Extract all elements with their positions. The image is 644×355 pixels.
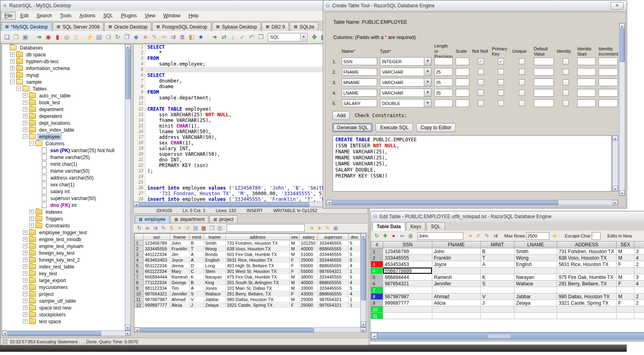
column-name-input[interactable]: SSN bbox=[342, 58, 377, 65]
primary-key-checkbox[interactable] bbox=[498, 90, 504, 96]
favorites-star-icon[interactable]: ★ bbox=[197, 33, 205, 41]
tree-item[interactable]: +des_index_table bbox=[2, 126, 125, 133]
main-titlebar[interactable]: ≋ RazorSQL - MySQL Desktop bbox=[0, 0, 369, 11]
cell[interactable]: Narayan bbox=[204, 274, 225, 280]
cell[interactable]: Wallace bbox=[204, 291, 225, 297]
tree-item[interactable]: +mysql bbox=[2, 72, 125, 78]
cell[interactable]: Long bbox=[204, 263, 225, 268]
chevron-down-icon[interactable]: ▼ bbox=[424, 68, 431, 76]
connection-tab-oracle-desktop[interactable]: ⊠Oracle Desktop bbox=[104, 22, 151, 31]
create-table-titlebar[interactable]: ⛁ Create Table Tool - RazorSQL Database … bbox=[323, 0, 627, 11]
cell[interactable]: Joyce bbox=[170, 257, 189, 263]
cell[interactable]: Ahmad bbox=[432, 293, 481, 300]
results-tab-project[interactable]: ⊠project bbox=[209, 215, 237, 223]
tree-item[interactable]: lname varchar(50) bbox=[2, 167, 125, 174]
tree-item[interactable]: sex char(1) bbox=[2, 181, 125, 188]
not-null-checkbox[interactable]: ✓ bbox=[478, 58, 484, 64]
column-header[interactable]: lname bbox=[204, 234, 225, 240]
tree-item[interactable]: ssn (PK) varchar(25) Not Null bbox=[2, 147, 125, 154]
results-hscroll-thumb[interactable] bbox=[140, 328, 314, 332]
cell[interactable] bbox=[634, 313, 644, 319]
execute-sql-button[interactable]: Execute SQL bbox=[376, 123, 413, 132]
cell[interactable] bbox=[514, 306, 557, 313]
cell[interactable]: 301 West St. Houston TX bbox=[225, 268, 290, 274]
cell[interactable]: 987654321 bbox=[318, 302, 349, 308]
edit-pen-icon[interactable]: ✎ bbox=[160, 225, 167, 232]
cell[interactable]: 5 bbox=[349, 274, 361, 280]
cell[interactable] bbox=[557, 313, 617, 319]
scroll-left-icon[interactable]: ◄ bbox=[134, 202, 139, 206]
menu-item-plugins[interactable]: Plugins bbox=[118, 12, 140, 20]
cell[interactable]: 638 Voss, Houston TX bbox=[557, 255, 617, 261]
cell[interactable]: M bbox=[617, 248, 634, 255]
scroll-left-icon[interactable]: ◄ bbox=[134, 328, 140, 332]
expand-plus-icon[interactable]: + bbox=[23, 258, 27, 262]
identity-increment-input[interactable] bbox=[599, 99, 618, 107]
create-scroll-thumb[interactable] bbox=[620, 29, 625, 62]
menu-item-sql[interactable]: SQL bbox=[100, 12, 117, 20]
results-vertical-scrollbar[interactable]: ▲ ▼ bbox=[360, 233, 366, 327]
connection-tab-sybase-desktop[interactable]: ⊠Sybase Desktop bbox=[212, 22, 261, 31]
expand-plus-icon[interactable]: + bbox=[23, 278, 27, 283]
identity-start-input[interactable] bbox=[577, 89, 596, 97]
expand-plus-icon[interactable]: + bbox=[10, 52, 14, 57]
tree-item[interactable]: +index_test_table bbox=[2, 263, 125, 270]
unique-checkbox[interactable] bbox=[519, 90, 525, 96]
save-file-icon[interactable]: ▣ bbox=[21, 33, 29, 41]
cell[interactable]: 731 Fondren, Houston TX bbox=[225, 240, 290, 246]
identity-increment-input[interactable] bbox=[599, 68, 618, 76]
unique-checkbox[interactable] bbox=[519, 58, 525, 64]
column-type-select[interactable]: VARCHAR▼ bbox=[380, 68, 431, 76]
cell[interactable]: A bbox=[189, 252, 204, 257]
collapse-minus-icon[interactable]: − bbox=[23, 134, 27, 139]
editor-hscroll-thumb[interactable] bbox=[139, 202, 309, 207]
column-header[interactable]: MINIT bbox=[481, 241, 514, 248]
edit-hscroll-track[interactable] bbox=[378, 333, 644, 339]
refresh-icon[interactable]: ↻ bbox=[136, 225, 143, 232]
default-value-input[interactable] bbox=[534, 68, 554, 76]
connection-tab-postgresql-desktop[interactable]: ⊠PostgreSQL Desktop bbox=[152, 22, 211, 31]
expand-plus-icon[interactable]: + bbox=[10, 73, 14, 77]
tab-close-icon[interactable]: ⊠ bbox=[216, 24, 220, 29]
chevron-down-icon[interactable]: ▼ bbox=[424, 99, 431, 107]
identity-start-input[interactable] bbox=[577, 78, 596, 86]
expand-plus-icon[interactable]: + bbox=[23, 319, 27, 324]
undo-icon[interactable]: ↶ bbox=[248, 33, 256, 41]
refresh-icon[interactable]: ↻ bbox=[373, 232, 380, 239]
column-header[interactable]: ssn bbox=[143, 234, 170, 240]
cell[interactable]: F bbox=[290, 263, 299, 268]
tree-item[interactable]: −Tables bbox=[2, 85, 125, 92]
cell[interactable]: K bbox=[481, 274, 514, 281]
cell[interactable]: 25000 bbox=[299, 302, 318, 308]
column-header[interactable]: FNAME bbox=[432, 241, 481, 248]
describe-icon[interactable]: ▤ bbox=[95, 33, 103, 41]
align-icon[interactable]: ≔ bbox=[160, 33, 168, 41]
cell[interactable]: 333445555 bbox=[318, 285, 349, 291]
tree-item[interactable]: address varchar(50) bbox=[2, 174, 125, 181]
menu-item-file[interactable]: File bbox=[1, 12, 16, 20]
connection-tab-db2-9[interactable]: ⊠DB2 9 bbox=[262, 22, 289, 31]
cell[interactable]: 1 bbox=[349, 268, 361, 274]
collapse-minus-icon[interactable]: − bbox=[17, 87, 21, 91]
expand-plus-icon[interactable]: + bbox=[10, 59, 14, 64]
expand-plus-icon[interactable]: + bbox=[23, 299, 27, 303]
column-header[interactable]: fname bbox=[170, 234, 189, 240]
tree-item[interactable]: +test space bbox=[2, 318, 125, 325]
scroll-left-icon[interactable]: ◄ bbox=[371, 333, 377, 339]
row-number[interactable]: 8 bbox=[135, 280, 144, 285]
cell[interactable]: Franklin bbox=[432, 255, 481, 261]
menu-item-help[interactable]: Help bbox=[185, 12, 202, 20]
cell[interactable]: 51000 bbox=[299, 252, 318, 257]
column-header[interactable]: SSN bbox=[383, 241, 432, 248]
identity-increment-input[interactable] bbox=[599, 58, 618, 65]
edit-hscroll-thumb[interactable] bbox=[487, 334, 511, 338]
comment-icon[interactable]: ≣ bbox=[178, 33, 186, 41]
cell[interactable]: 3 bbox=[634, 248, 644, 255]
sql-output-scrollbar[interactable]: ▲ ▼ bbox=[612, 135, 618, 192]
expand-plus-icon[interactable]: + bbox=[23, 305, 27, 310]
tab-close-icon[interactable]: ⊠ bbox=[266, 24, 269, 29]
cell[interactable]: 40000 bbox=[299, 246, 318, 252]
row-number[interactable]: 3 bbox=[371, 261, 383, 268]
scroll-down-icon[interactable]: ▼ bbox=[613, 186, 618, 191]
expand-plus-icon[interactable]: + bbox=[23, 292, 27, 296]
